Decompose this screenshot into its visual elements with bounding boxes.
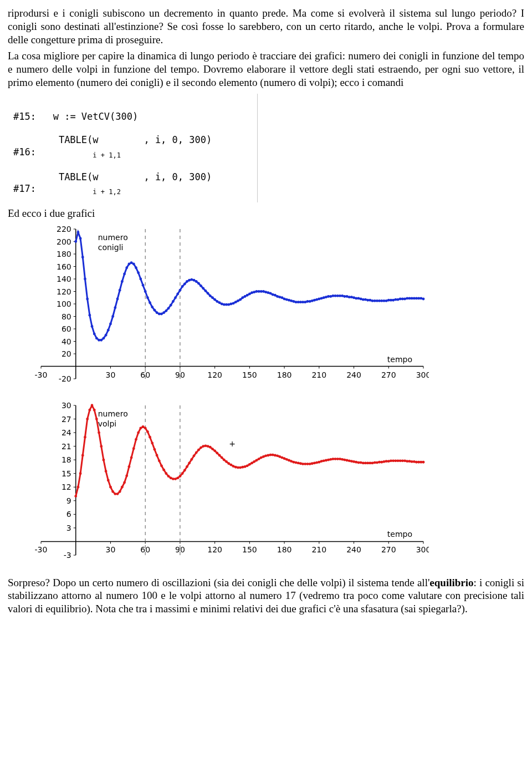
svg-point-56 [84, 277, 86, 280]
svg-point-393 [397, 459, 400, 462]
svg-point-58 [88, 313, 91, 316]
svg-point-301 [183, 469, 186, 471]
svg-point-268 [107, 479, 110, 481]
svg-point-359 [318, 460, 320, 463]
svg-text:-30: -30 [35, 370, 48, 379]
svg-point-385 [378, 460, 381, 463]
svg-point-373 [350, 460, 353, 463]
svg-point-364 [329, 458, 332, 460]
svg-point-198 [413, 297, 416, 299]
svg-point-54 [79, 237, 82, 240]
svg-text:30: 30 [62, 401, 71, 410]
svg-point-111 [211, 296, 214, 299]
svg-point-176 [362, 298, 365, 301]
svg-point-110 [209, 294, 212, 297]
svg-point-363 [327, 458, 330, 461]
svg-point-153 [309, 300, 311, 303]
paragraph-2: La cosa migliore per capire la dinamica … [8, 49, 524, 89]
svg-text:6: 6 [66, 510, 71, 519]
svg-point-280 [135, 438, 137, 440]
svg-point-292 [162, 468, 165, 471]
svg-point-344 [283, 457, 286, 460]
svg-point-291 [160, 464, 163, 467]
svg-point-202 [422, 297, 425, 300]
svg-text:120: 120 [207, 545, 222, 554]
svg-point-278 [130, 456, 133, 459]
code-line-17-top: TABLE(w , i, 0, 300) [59, 171, 212, 182]
paragraph-1: riprodursi e i conigli subiscono un decr… [8, 7, 524, 46]
svg-point-149 [299, 301, 302, 303]
svg-point-386 [380, 460, 383, 463]
svg-point-181 [374, 299, 376, 302]
svg-point-60 [93, 332, 96, 335]
svg-point-72 [121, 280, 124, 283]
svg-point-75 [128, 262, 131, 265]
svg-point-138 [274, 293, 277, 296]
svg-point-355 [309, 463, 311, 465]
svg-point-79 [137, 271, 140, 274]
svg-point-90 [162, 311, 165, 314]
svg-point-123 [239, 298, 242, 301]
svg-point-59 [91, 325, 94, 328]
svg-point-124 [241, 296, 244, 299]
svg-text:200: 200 [57, 237, 71, 246]
svg-point-379 [364, 461, 367, 464]
svg-point-399 [411, 460, 413, 463]
svg-point-285 [146, 430, 149, 433]
svg-point-180 [371, 299, 374, 302]
svg-point-122 [237, 299, 239, 302]
svg-point-279 [132, 447, 135, 450]
svg-text:220: 220 [57, 225, 71, 233]
svg-point-81 [142, 283, 145, 286]
svg-point-151 [304, 301, 306, 303]
svg-point-282 [139, 426, 142, 429]
svg-text:15: 15 [62, 469, 71, 478]
svg-text:tempo: tempo [387, 354, 412, 363]
svg-point-397 [406, 460, 408, 463]
svg-text:180: 180 [57, 250, 71, 258]
svg-text:conigli: conigli [98, 243, 124, 252]
svg-point-102 [190, 278, 193, 281]
svg-point-387 [383, 460, 386, 463]
svg-point-354 [306, 463, 309, 465]
svg-point-369 [341, 458, 344, 460]
svg-point-309 [202, 445, 204, 448]
svg-point-121 [234, 301, 237, 303]
svg-point-308 [200, 446, 202, 449]
svg-point-71 [119, 288, 121, 291]
svg-point-114 [218, 301, 221, 304]
svg-point-351 [299, 462, 302, 465]
svg-point-299 [179, 475, 182, 478]
svg-point-186 [385, 299, 388, 302]
svg-point-315 [216, 451, 218, 454]
svg-point-401 [415, 460, 418, 463]
svg-point-381 [369, 461, 371, 464]
svg-point-197 [411, 297, 413, 299]
svg-point-125 [244, 295, 247, 298]
svg-point-394 [399, 459, 402, 462]
svg-point-100 [186, 280, 188, 283]
svg-point-76 [130, 261, 133, 264]
svg-text:24: 24 [62, 428, 71, 437]
svg-text:9: 9 [66, 496, 71, 505]
svg-point-143 [285, 298, 288, 301]
svg-point-65 [105, 333, 108, 336]
svg-point-306 [195, 451, 198, 454]
svg-point-145 [290, 299, 293, 302]
svg-point-352 [301, 463, 304, 465]
svg-point-256 [79, 472, 82, 475]
svg-point-131 [258, 290, 260, 293]
svg-point-182 [376, 299, 378, 302]
svg-point-146 [292, 300, 295, 303]
svg-point-400 [413, 460, 416, 463]
svg-text:21: 21 [62, 441, 71, 450]
svg-point-300 [181, 472, 184, 475]
svg-point-297 [174, 478, 177, 480]
svg-point-126 [246, 293, 249, 296]
svg-point-164 [334, 294, 337, 297]
svg-text:300: 300 [416, 370, 429, 379]
svg-point-322 [232, 465, 235, 468]
svg-point-66 [107, 328, 110, 331]
svg-point-105 [197, 282, 200, 285]
svg-point-333 [258, 458, 260, 460]
